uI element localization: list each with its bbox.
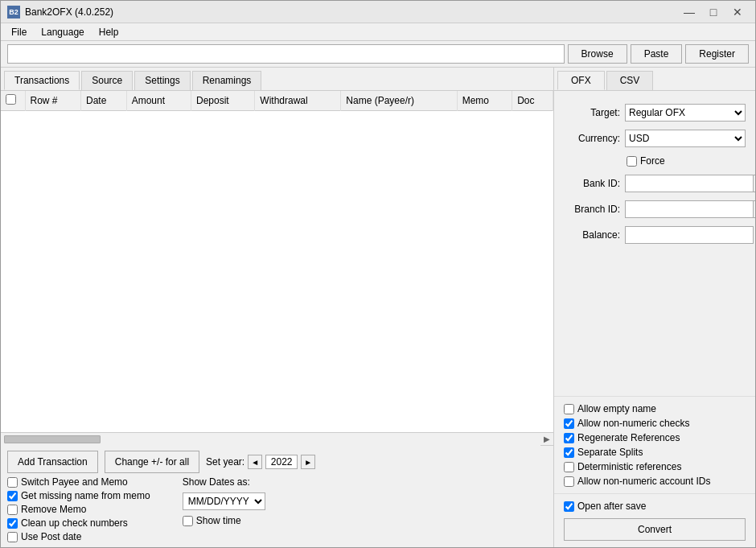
- convert-button[interactable]: Convert: [564, 518, 746, 541]
- minimize-button[interactable]: —: [678, 4, 701, 20]
- col-amount: Amount: [126, 91, 191, 111]
- open-after-save-row[interactable]: Open after save: [564, 501, 746, 512]
- clean-check-label: Clean up check numbers: [21, 517, 128, 529]
- regenerate-checkbox[interactable]: [564, 433, 574, 443]
- right-tab-csv[interactable]: CSV: [606, 71, 654, 90]
- balance-label: Balance:: [564, 229, 620, 241]
- tab-transactions[interactable]: Transactions: [4, 71, 80, 90]
- bank-id-field: ▼: [625, 175, 755, 192]
- select-all-checkbox[interactable]: [6, 94, 16, 105]
- bottom-panel: Add Transaction Change +/- for all Set y…: [1, 445, 553, 547]
- use-post-checkbox[interactable]: [7, 532, 18, 542]
- open-after-save-checkbox[interactable]: [564, 501, 574, 512]
- checkbox-deterministic[interactable]: Deterministic references: [564, 461, 746, 472]
- year-next-button[interactable]: ►: [301, 455, 315, 469]
- menu-language[interactable]: Language: [34, 24, 91, 40]
- right-panel: OFX CSV Target: Regular OFX Currency: US…: [554, 68, 755, 547]
- force-row: Force: [564, 155, 746, 167]
- tab-settings[interactable]: Settings: [134, 71, 190, 90]
- allow-empty-checkbox[interactable]: [564, 404, 574, 414]
- clean-check-checkbox[interactable]: [7, 518, 18, 529]
- right-tab-ofx[interactable]: OFX: [557, 71, 605, 90]
- branch-id-field: ▼: [625, 200, 755, 218]
- left-panel: Transactions Source Settings Renamings R…: [1, 68, 554, 547]
- path-input[interactable]: [7, 44, 565, 64]
- right-tabs: OFX CSV: [554, 68, 755, 91]
- allow-non-numeric-account-checkbox[interactable]: [564, 476, 574, 487]
- checkbox-allow-non-numeric[interactable]: Allow non-numeric checks: [564, 418, 746, 429]
- title-bar-left: B2 Bank2OFX (4.0.252): [7, 6, 113, 19]
- remove-memo-checkbox[interactable]: [7, 505, 18, 515]
- checkbox-clean-check[interactable]: Clean up check numbers: [7, 517, 150, 529]
- branch-id-row: Branch ID: ▼: [564, 200, 746, 218]
- remove-memo-label: Remove Memo: [21, 504, 86, 515]
- menu-bar: File Language Help: [1, 23, 755, 41]
- currency-row: Currency: USD: [564, 130, 746, 147]
- show-time-row[interactable]: Show time: [183, 515, 265, 526]
- h-scrollbar-thumb[interactable]: [4, 435, 101, 443]
- col-withdrawal: Withdrawal: [255, 91, 341, 111]
- change-all-button[interactable]: Change +/- for all: [105, 451, 199, 473]
- menu-help[interactable]: Help: [92, 24, 126, 40]
- checkbox-use-post[interactable]: Use Post date: [7, 531, 150, 542]
- date-format-select[interactable]: MM/DD/YYYY DD/MM/YYYY YYYY/MM/DD: [183, 492, 265, 510]
- allow-non-numeric-label: Allow non-numeric checks: [577, 418, 689, 429]
- window-title: Bank2OFX (4.0.252): [25, 6, 113, 18]
- target-select[interactable]: Regular OFX: [625, 104, 746, 122]
- col-checkbox: [1, 91, 25, 111]
- close-button[interactable]: ✕: [726, 4, 749, 20]
- window-controls: — □ ✕: [678, 4, 749, 20]
- balance-row: Balance: 0.00: [564, 226, 746, 244]
- use-post-label: Use Post date: [21, 531, 81, 542]
- scroll-right-arrow[interactable]: ▶: [540, 435, 553, 443]
- tab-source[interactable]: Source: [81, 71, 133, 90]
- bottom-row1: Add Transaction Change +/- for all Set y…: [7, 451, 547, 473]
- checkbox-get-missing[interactable]: Get missing name from memo: [7, 490, 150, 501]
- paste-button[interactable]: Paste: [631, 44, 683, 64]
- checkbox-switch-payee[interactable]: Switch Payee and Memo: [7, 476, 150, 488]
- separate-splits-checkbox[interactable]: [564, 447, 574, 458]
- deterministic-checkbox[interactable]: [564, 462, 574, 472]
- col-date: Date: [80, 91, 126, 111]
- add-transaction-button[interactable]: Add Transaction: [7, 451, 98, 473]
- show-time-checkbox[interactable]: [183, 516, 193, 526]
- menu-file[interactable]: File: [4, 24, 34, 40]
- force-checkbox[interactable]: [627, 156, 637, 167]
- balance-input[interactable]: 0.00: [625, 226, 754, 244]
- bank-id-input[interactable]: [625, 175, 753, 192]
- open-after-save-label: Open after save: [577, 501, 646, 512]
- maximize-button[interactable]: □: [702, 4, 725, 20]
- year-control: Set year: ◄ 2022 ►: [206, 455, 315, 469]
- set-year-label: Set year:: [206, 456, 244, 468]
- app-icon: B2: [7, 6, 20, 19]
- title-bar: B2 Bank2OFX (4.0.252) — □ ✕: [1, 1, 755, 23]
- bank-id-dropdown-btn[interactable]: ▼: [753, 175, 755, 192]
- allow-non-numeric-checkbox[interactable]: [564, 418, 574, 429]
- dates-group: Show Dates as: MM/DD/YYYY DD/MM/YYYY YYY…: [183, 476, 265, 526]
- checkbox-allow-empty[interactable]: Allow empty name: [564, 403, 746, 414]
- deterministic-label: Deterministic references: [577, 461, 681, 472]
- regenerate-label: Regenerate References: [577, 432, 680, 443]
- checkbox-remove-memo[interactable]: Remove Memo: [7, 504, 150, 515]
- show-time-label: Show time: [196, 515, 241, 526]
- year-prev-button[interactable]: ◄: [248, 455, 262, 469]
- branch-id-input[interactable]: [625, 200, 753, 218]
- switch-payee-checkbox[interactable]: [7, 477, 18, 488]
- checkbox-allow-non-numeric-account[interactable]: Allow non-numeric account IDs: [564, 476, 746, 487]
- table-header-row: Row # Date Amount Deposit Withdrawal Nam…: [1, 91, 553, 111]
- browse-button[interactable]: Browse: [568, 44, 627, 64]
- tab-renamings[interactable]: Renamings: [192, 71, 262, 90]
- bank-id-label: Bank ID:: [564, 178, 620, 189]
- checkbox-regenerate[interactable]: Regenerate References: [564, 432, 746, 443]
- branch-id-dropdown-btn[interactable]: ▼: [753, 200, 755, 218]
- checkbox-separate-splits[interactable]: Separate Splits: [564, 447, 746, 458]
- currency-select[interactable]: USD: [625, 130, 746, 147]
- col-doc: Doc: [512, 91, 553, 111]
- bank-id-row: Bank ID: ▼: [564, 175, 746, 192]
- register-button[interactable]: Register: [685, 44, 749, 64]
- show-dates-label: Show Dates as:: [183, 476, 265, 488]
- left-checkboxes: Switch Payee and Memo Get missing name f…: [7, 476, 150, 542]
- h-scrollbar[interactable]: [1, 433, 540, 446]
- col-memo: Memo: [457, 91, 512, 111]
- get-missing-checkbox[interactable]: [7, 491, 18, 501]
